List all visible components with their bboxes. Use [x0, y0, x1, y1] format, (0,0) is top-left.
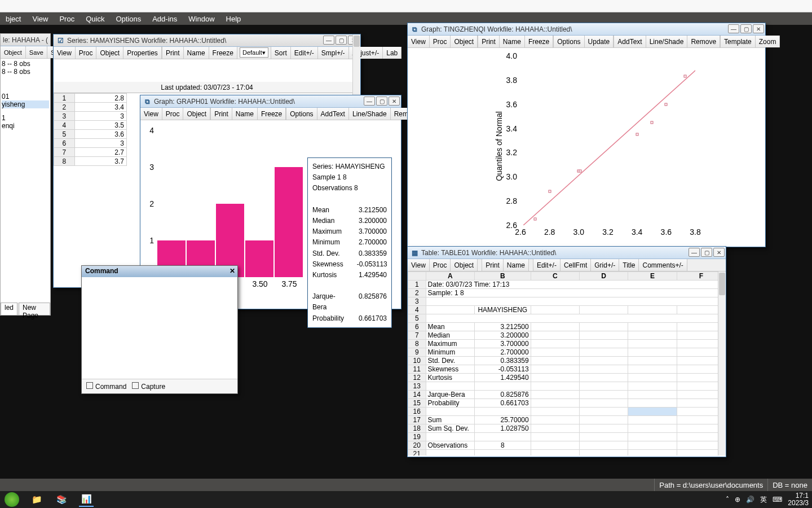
workfile-title[interactable]: le: HAHAHA - ( [1, 34, 50, 46]
series-cell[interactable]: 3.5 [74, 121, 126, 130]
command-input[interactable] [82, 277, 237, 379]
series-cell[interactable]: 3.6 [74, 130, 126, 139]
options-button[interactable]: Options [554, 36, 584, 47]
table-row[interactable]: 8Maximum3.700000 [408, 340, 726, 348]
archive-icon[interactable]: 📚 [54, 492, 69, 507]
freeze-button[interactable]: Freeze [209, 47, 237, 59]
close-button[interactable]: ✕ [713, 248, 725, 257]
tray-chevron-icon[interactable]: ˄ [726, 496, 729, 503]
table-row[interactable]: 20Observations8 [408, 441, 726, 450]
table-row[interactable]: 17Sum25.70000 [408, 416, 726, 424]
view-button[interactable]: View [408, 36, 430, 47]
print-button[interactable]: Print [482, 259, 504, 271]
table-row[interactable]: 9Minimum2.700000 [408, 348, 726, 357]
table-row[interactable]: 13 [408, 382, 726, 391]
update-button[interactable]: Update [585, 36, 614, 47]
close-icon[interactable]: ✕ [230, 267, 235, 275]
freeze-button[interactable]: Freeze [525, 36, 553, 47]
tray-clock[interactable]: 17:1 2023/3 [788, 492, 809, 506]
series-cell[interactable]: 3.7 [74, 157, 126, 166]
row-header[interactable]: 4 [54, 121, 75, 130]
zoom-button[interactable]: Zoom [756, 36, 780, 47]
options-button[interactable]: Options [286, 108, 317, 120]
series-table[interactable]: 12.823.43343.553.66372.783.7 [54, 93, 127, 166]
row-header[interactable]: 2 [54, 103, 75, 112]
lineshade-button[interactable]: Line/Shade [646, 36, 688, 47]
table-row[interactable]: 19 [408, 433, 726, 441]
minimize-button[interactable]: — [689, 248, 700, 257]
table-row[interactable]: 18Sum Sq. Dev.1.028750 [408, 424, 726, 433]
table-row[interactable]: 15Probability0.661703 [408, 399, 726, 408]
table-row[interactable]: 1Date: 03/07/23 Time: 17:13 [408, 281, 726, 289]
explorer-icon[interactable]: 📁 [29, 492, 44, 507]
table-row[interactable]: 16 [408, 408, 726, 416]
command-capture-toggle[interactable]: Capture [132, 382, 165, 391]
properties-button[interactable]: Properties [123, 47, 162, 59]
maximize-button[interactable]: ▢ [701, 248, 712, 257]
object-button[interactable]: Object [451, 259, 478, 271]
table-row[interactable]: 5 [408, 314, 726, 323]
table-body[interactable]: ABCDEF1Date: 03/07/23 Time: 17:132Sample… [408, 271, 726, 456]
row-header[interactable]: 1 [54, 94, 75, 103]
proc-button[interactable]: Proc [76, 47, 97, 59]
graph1-titlebar[interactable]: ⧉ Graph: GRAPH01 Workfile: HAHAHA::Untit… [140, 95, 401, 108]
smpl-button[interactable]: Smpl+/- [318, 47, 349, 59]
table-row[interactable]: 4HAMAYISHENG [408, 306, 726, 314]
proc-button[interactable]: Proc [430, 259, 451, 271]
edit-button[interactable]: Edit+/- [533, 259, 561, 271]
grid-button[interactable]: Grid+/- [591, 259, 619, 271]
object-button[interactable]: Object [96, 47, 123, 59]
wf-item-selected[interactable]: yisheng [2, 100, 49, 108]
wf-object-button[interactable]: Object [1, 46, 26, 58]
maximize-button[interactable]: ▢ [376, 97, 387, 106]
table-row[interactable]: 6Mean3.212500 [408, 323, 726, 331]
row-header[interactable]: 3 [54, 112, 75, 121]
edit-button[interactable]: Edit+/- [291, 47, 318, 59]
table-row[interactable]: 10Std. Dev.0.383359 [408, 357, 726, 365]
remove-button[interactable]: Remove [687, 36, 720, 47]
row-header[interactable]: 6 [54, 139, 75, 148]
cellfmt-button[interactable]: CellFmt [561, 259, 591, 271]
view-button[interactable]: View [54, 47, 76, 59]
table-row[interactable]: 2Sample: 1 8 [408, 289, 726, 297]
tray-network-icon[interactable]: ⊕ [735, 496, 740, 503]
name-button[interactable]: Name [232, 108, 258, 120]
row-header[interactable]: 7 [54, 148, 75, 157]
graph2-titlebar[interactable]: ⧉ Graph: TINGZHENQI Workfile: HAHAHA::Un… [408, 23, 765, 36]
close-button[interactable]: ✕ [753, 24, 764, 33]
wf-item[interactable]: 01 [2, 93, 49, 100]
command-titlebar[interactable]: Command ✕ [82, 266, 237, 277]
series-cell[interactable]: 2.7 [74, 148, 126, 157]
menu-view[interactable]: View [27, 15, 54, 23]
menu-addins[interactable]: Add-ins [147, 15, 183, 23]
object-button[interactable]: Object [451, 36, 478, 47]
sort-button[interactable]: Sort [271, 47, 291, 59]
maximize-button[interactable]: ▢ [336, 36, 347, 45]
wf-tab-active[interactable]: led [1, 303, 17, 315]
menu-proc[interactable]: Proc [54, 15, 80, 23]
sample-select[interactable]: Default▾ [240, 47, 268, 58]
name-button[interactable]: Name [500, 36, 525, 47]
menu-object[interactable]: bject [0, 15, 27, 23]
print-button[interactable]: Print [478, 36, 500, 47]
freeze-button[interactable]: Freeze [258, 108, 286, 120]
template-button[interactable]: Template [721, 36, 756, 47]
row-header[interactable]: 5 [54, 130, 75, 139]
label-button[interactable]: Lab [383, 47, 401, 59]
minimize-button[interactable]: — [728, 24, 739, 33]
comments-button[interactable]: Comments+/- [639, 259, 687, 271]
eviews-icon[interactable]: 📊 [79, 492, 94, 507]
proc-button[interactable]: Proc [162, 108, 184, 120]
wf-item[interactable]: 1 [2, 114, 49, 122]
menu-options[interactable]: Options [110, 15, 147, 23]
menu-quick[interactable]: Quick [80, 15, 110, 23]
object-button[interactable]: Object [183, 108, 210, 120]
table-row[interactable]: 7Median3.200000 [408, 331, 726, 340]
proc-button[interactable]: Proc [430, 36, 451, 47]
print-button[interactable]: Print [162, 47, 184, 59]
table-titlebar[interactable]: ▦ Table: TABLE01 Workfile: HAHAHA::Untit… [408, 247, 726, 259]
print-button[interactable]: Print [211, 108, 232, 120]
close-button[interactable]: ✕ [389, 97, 400, 106]
name-button[interactable]: Name [504, 259, 529, 271]
tray-ime-lang[interactable]: 英 [760, 495, 767, 505]
